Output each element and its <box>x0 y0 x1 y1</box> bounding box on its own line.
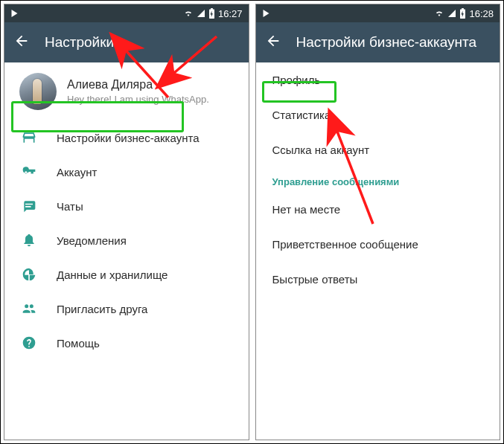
storefront-icon <box>21 129 37 146</box>
back-icon[interactable] <box>13 33 30 52</box>
data-usage-icon <box>21 266 37 283</box>
item-short-link[interactable]: Ссылка на аккаунт <box>256 132 500 167</box>
statusbar-left: 16:27 <box>4 4 249 22</box>
item-label: Нет на месте <box>272 203 341 216</box>
appbar-right: Настройки бизнес-аккаунта <box>256 22 500 62</box>
phone-left: 16:27 Настройки Алиева Диляра Hey there!… <box>4 4 249 440</box>
phone-right: 16:28 Настройки бизнес-аккаунта Профиль … <box>255 4 501 440</box>
signal-icon <box>447 9 456 18</box>
settings-label: Аккаунт <box>57 166 97 178</box>
settings-item-notifications[interactable]: Уведомления <box>4 223 249 257</box>
page-title: Настройки бизнес-аккаунта <box>296 34 477 51</box>
battery-charging-icon <box>459 8 466 19</box>
settings-item-chats[interactable]: Чаты <box>4 189 249 223</box>
item-label: Статистика <box>272 109 331 121</box>
settings-item-invite[interactable]: Пригласить друга <box>4 292 249 326</box>
section-header: Управление сообщениями <box>256 167 500 192</box>
battery-charging-icon <box>208 8 215 19</box>
play-store-icon <box>262 9 271 18</box>
item-greeting[interactable]: Приветственное сообщение <box>256 227 500 262</box>
wifi-icon <box>183 9 194 18</box>
item-label: Ссылка на аккаунт <box>272 144 370 156</box>
profile-name: Алиева Диляра <box>67 78 237 91</box>
help-icon <box>21 335 37 351</box>
appbar-left: Настройки <box>4 22 249 62</box>
item-away[interactable]: Нет на месте <box>256 192 500 227</box>
wifi-icon <box>434 9 444 18</box>
settings-item-business[interactable]: Настройки бизнес-аккаунта <box>4 120 249 155</box>
settings-label: Данные и хранилище <box>57 268 168 281</box>
profile-row[interactable]: Алиева Диляра Hey there! I am using What… <box>4 62 249 120</box>
key-icon <box>21 164 37 180</box>
settings-label: Настройки бизнес-аккаунта <box>57 132 199 144</box>
page-title: Настройки <box>45 34 114 51</box>
business-settings-list: Профиль Статистика Ссылка на аккаунт Упр… <box>256 62 500 297</box>
status-time: 16:28 <box>469 8 494 19</box>
back-icon[interactable] <box>265 33 281 52</box>
settings-label: Пригласить друга <box>57 303 147 315</box>
statusbar-right: 16:28 <box>256 4 500 22</box>
settings-label: Помощь <box>57 337 100 350</box>
item-label: Профиль <box>272 74 321 86</box>
item-statistics[interactable]: Статистика <box>256 97 500 132</box>
item-quick-replies[interactable]: Быстрые ответы <box>256 262 500 297</box>
settings-label: Уведомления <box>57 234 127 247</box>
chat-icon <box>21 198 37 214</box>
play-store-icon <box>10 9 19 18</box>
avatar <box>19 73 57 110</box>
settings-item-account[interactable]: Аккаунт <box>4 155 249 189</box>
settings-list: Настройки бизнес-аккаунта Аккаунт Чаты У… <box>4 120 249 360</box>
signal-icon <box>197 9 205 18</box>
item-label: Приветственное сообщение <box>272 238 418 251</box>
status-time: 16:27 <box>218 8 243 19</box>
settings-item-data[interactable]: Данные и хранилище <box>4 257 249 292</box>
item-profile[interactable]: Профиль <box>256 62 500 97</box>
bell-icon <box>21 232 37 248</box>
settings-label: Чаты <box>57 200 83 213</box>
profile-status: Hey there! I am using WhatsApp. <box>67 94 237 105</box>
item-label: Быстрые ответы <box>272 273 358 286</box>
invite-friend-icon <box>21 300 37 317</box>
settings-item-help[interactable]: Помощь <box>4 326 249 360</box>
